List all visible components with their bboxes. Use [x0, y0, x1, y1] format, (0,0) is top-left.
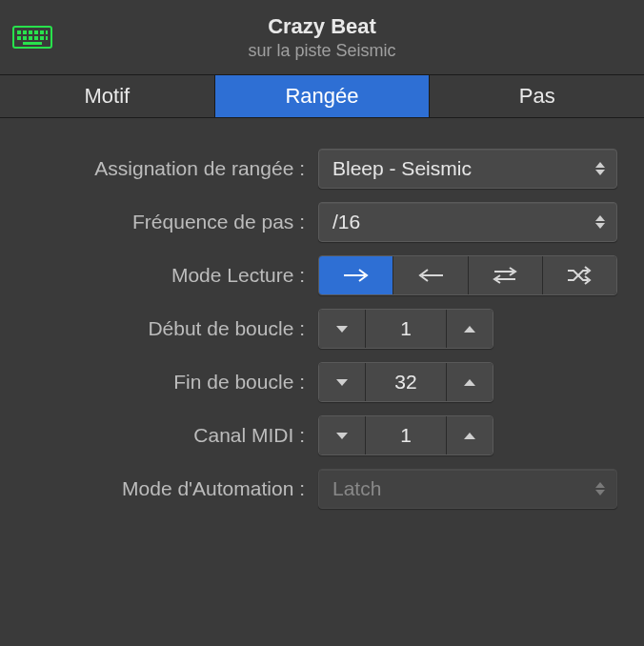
tab-pas[interactable]: Pas: [430, 75, 644, 117]
midi-channel-stepper: 1: [318, 415, 493, 455]
svg-rect-1: [17, 30, 21, 34]
panel-body: Assignation de rangée : Bleep - Seismic …: [0, 118, 644, 509]
loop-start-stepper: 1: [318, 309, 493, 349]
svg-rect-3: [29, 30, 32, 34]
midi-channel-increment[interactable]: [447, 416, 493, 454]
svg-rect-7: [17, 36, 21, 40]
updown-icon: [595, 159, 607, 178]
arrow-left-icon: [416, 268, 445, 283]
header: Crazy Beat sur la piste Seismic: [0, 0, 644, 74]
step-rate-select[interactable]: /16: [318, 202, 617, 242]
step-rate-label: Fréquence de pas :: [23, 211, 318, 233]
step-rate-value: /16: [332, 211, 595, 233]
svg-rect-2: [23, 30, 27, 34]
loop-start-value[interactable]: 1: [365, 310, 447, 348]
chevron-down-icon: [336, 433, 348, 439]
playback-forward-button[interactable]: [319, 256, 393, 294]
automation-mode-value: Latch: [332, 477, 595, 500]
svg-rect-8: [23, 36, 27, 40]
svg-rect-12: [46, 36, 48, 40]
svg-rect-6: [46, 30, 48, 34]
loop-end-label: Fin de boucle :: [23, 371, 318, 394]
svg-rect-4: [34, 30, 38, 34]
loop-start-label: Début de boucle :: [23, 317, 318, 340]
loop-end-stepper: 32: [318, 362, 493, 402]
midi-channel-label: Canal MIDI :: [23, 424, 318, 447]
chevron-up-icon: [464, 326, 475, 333]
loop-end-decrement[interactable]: [319, 363, 365, 401]
arrow-right-icon: [342, 268, 371, 283]
automation-mode-select[interactable]: Latch: [318, 469, 617, 509]
chevron-down-icon: [336, 326, 348, 333]
midi-channel-decrement[interactable]: [319, 416, 365, 454]
midi-channel-value[interactable]: 1: [365, 416, 447, 454]
updown-icon: [595, 212, 607, 232]
chevron-up-icon: [464, 433, 475, 439]
row-assignment-value: Bleep - Seismic: [332, 157, 595, 180]
tabs: Motif Rangée Pas: [0, 74, 644, 118]
row-assignment-select[interactable]: Bleep - Seismic: [318, 149, 617, 189]
playback-mode-segment: [318, 255, 617, 295]
title-block: Crazy Beat sur la piste Seismic: [53, 14, 591, 61]
svg-rect-13: [23, 42, 42, 45]
row-assignment-label: Assignation de rangée :: [23, 157, 318, 180]
tab-rangee[interactable]: Rangée: [215, 75, 431, 117]
svg-rect-9: [29, 36, 32, 40]
svg-rect-11: [40, 36, 44, 40]
tab-motif[interactable]: Motif: [0, 75, 215, 117]
playback-random-button[interactable]: [543, 256, 616, 294]
svg-rect-5: [40, 30, 44, 34]
playback-pingpong-button[interactable]: [469, 256, 543, 294]
chevron-down-icon: [336, 379, 348, 386]
keyboard-icon: [11, 24, 53, 50]
chevron-up-icon: [464, 379, 475, 386]
playback-mode-label: Mode Lecture :: [23, 264, 318, 287]
pattern-title: Crazy Beat: [53, 14, 591, 39]
playback-backward-button[interactable]: [393, 256, 468, 294]
arrows-bidir-icon: [491, 267, 519, 284]
updown-icon: [595, 479, 607, 498]
loop-start-increment[interactable]: [447, 310, 493, 348]
loop-end-increment[interactable]: [447, 363, 493, 401]
svg-rect-10: [34, 36, 38, 40]
loop-start-decrement[interactable]: [319, 310, 365, 348]
shuffle-icon: [565, 266, 594, 285]
automation-mode-label: Mode d'Automation :: [23, 477, 318, 500]
track-subtitle: sur la piste Seismic: [53, 41, 591, 61]
loop-end-value[interactable]: 32: [365, 363, 447, 401]
